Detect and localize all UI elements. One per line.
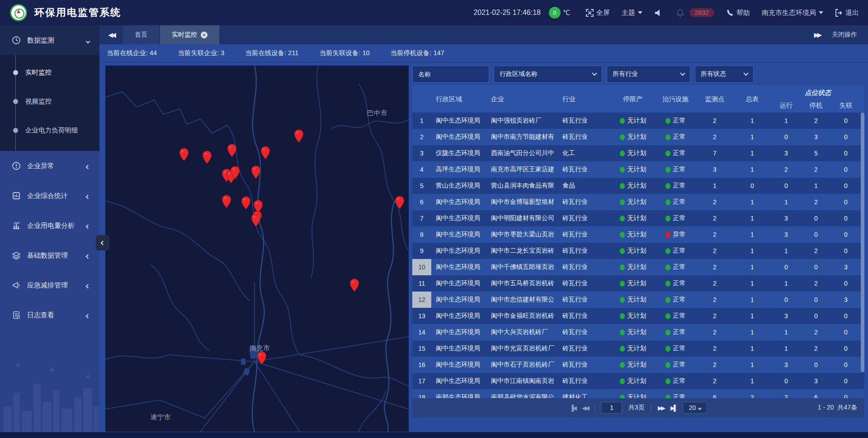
facility-status-dot — [665, 281, 670, 287]
skyline-decoration — [0, 357, 99, 433]
stat-当前在线设备: 当前在线设备:211 — [245, 49, 298, 57]
map-pin-icon[interactable] — [395, 196, 405, 210]
stats-bar: 当前在线企业:44当前失联企业:3当前在线设备:211当前失联设备:10当前停机… — [99, 44, 868, 62]
first-page-button[interactable]: ▐◀ — [570, 405, 576, 411]
table-header: 行政区域 企业 行业 停限产 治污设施 监测点 总表 点位状态 运行 停机 失联 — [412, 85, 864, 113]
limit-status-dot — [620, 167, 625, 173]
map-pin-icon[interactable] — [260, 146, 270, 160]
map-pin-icon[interactable] — [349, 278, 359, 292]
logout-button[interactable]: 退出 — [835, 9, 859, 17]
table-row[interactable]: 5 营山生态环境局 营山县润丰肉食品有限 食品 无计划 正常 1 0 0 1 0 — [412, 178, 864, 194]
table-row[interactable]: 15 阆中生态环境局 阆中市光富页岩机砖厂 砖瓦行业 无计划 正常 2 1 1 … — [412, 340, 864, 357]
table-row[interactable]: 16 阆中生态环境局 阆中市石子页岩机砖厂 砖瓦行业 无计划 正常 2 1 3 … — [412, 357, 864, 373]
facility-status-dot — [665, 183, 670, 189]
close-operations-button[interactable]: 关闭操作 — [832, 31, 857, 39]
sidebar-item-日志查看[interactable]: 日志查看 — [0, 300, 99, 330]
prev-page-button[interactable]: ◀◀ — [582, 405, 588, 411]
facility-status-dot — [665, 199, 670, 205]
table-row[interactable]: 1 阆中生态环境局 阆中强锐页岩砖厂 砖瓦行业 无计划 正常 2 1 1 2 0 — [412, 113, 864, 129]
tab-home[interactable]: 首页 — [123, 25, 159, 44]
facility-status-dot — [665, 151, 670, 156]
facility-status-dot — [665, 346, 670, 352]
sidebar-subitem-企业电力负荷明细[interactable]: 企业电力负荷明细 — [0, 116, 99, 145]
map-pin-icon[interactable] — [251, 165, 261, 179]
map-pin-icon[interactable] — [257, 351, 267, 365]
map-pin-icon[interactable] — [241, 196, 251, 210]
alert-icon — [12, 161, 21, 170]
sidebar: 数据监测实时监控视频监控企业电力负荷明细企业异常企业综合统计企业用电量分析基础数… — [0, 25, 99, 438]
org-dropdown[interactable]: 南充市生态环境局 — [762, 9, 823, 17]
map-pin-icon[interactable] — [202, 151, 212, 165]
sidebar-item-企业综合统计[interactable]: 企业综合统计 — [0, 181, 99, 211]
total-pages-label: 共3页 — [628, 404, 645, 412]
facility-status-dot — [665, 232, 670, 238]
table-row[interactable]: 3 仪陇生态环境局 西南油气田分公司川中 化工 无计划 正常 7 1 3 5 0 — [412, 145, 864, 161]
status-filter-select[interactable]: 所有状态 — [695, 66, 754, 83]
stats-icon — [12, 191, 21, 200]
sidebar-item-企业异常[interactable]: 企业异常 — [0, 151, 99, 181]
sidebar-item-企业用电量分析[interactable]: 企业用电量分析 — [0, 211, 99, 240]
map-pin-icon[interactable] — [230, 166, 240, 180]
name-filter-input[interactable] — [418, 71, 483, 78]
next-page-button[interactable]: ▶▶ — [658, 405, 664, 411]
table-row[interactable]: 2 阆中生态环境局 阆中市南方节能建材有 砖瓦行业 无计划 正常 2 1 0 3… — [412, 129, 864, 145]
table-row[interactable]: 18 南部生态环境局 南部县砒华水泥有限公 建材化工 无计划 正常 6 2 2 … — [412, 389, 864, 398]
help-button[interactable]: 帮助 — [726, 9, 750, 17]
table-row[interactable]: 6 阆中生态环境局 阆中市金博瑞新型墙材 砖瓦行业 无计划 正常 2 1 1 2… — [412, 194, 864, 210]
map-pin-icon[interactable] — [222, 195, 231, 209]
table-row[interactable]: 9 阆中生态环境局 阆中市二龙长宝页岩砖 砖瓦行业 无计划 正常 2 1 1 2… — [412, 243, 864, 259]
limit-status-dot — [620, 199, 625, 205]
page-number-input[interactable] — [601, 402, 622, 414]
tabs-scroll-left-button[interactable]: ◀◀ — [99, 25, 123, 44]
sidebar-item-应急减排管理[interactable]: 应急减排管理 — [0, 270, 99, 300]
map-pin-icon[interactable] — [179, 148, 189, 162]
mute-button[interactable] — [654, 9, 665, 17]
sidebar-item-基础数据管理[interactable]: 基础数据管理 — [0, 240, 99, 270]
facility-status-dot — [665, 362, 670, 368]
chevron-left-icon — [86, 314, 90, 318]
table-row[interactable]: 17 阆中生态环境局 阆中市江南镇阆南页岩 砖瓦行业 无计划 正常 2 1 0 … — [412, 373, 864, 389]
close-tab-icon[interactable]: ✕ — [201, 32, 208, 38]
sidebar-subitem-实时监控[interactable]: 实时监控 — [0, 58, 99, 87]
table-row[interactable]: 10 阆中生态环境局 阆中千佛镇五郎垭页岩 砖瓦行业 无计划 正常 2 1 0 … — [412, 259, 864, 275]
map-pin-icon[interactable] — [294, 129, 304, 143]
clock-icon — [12, 36, 21, 45]
table-row[interactable]: 12 阆中生态环境局 阆中市忠信建材有限公 砖瓦行业 无计划 正常 2 1 0 … — [412, 292, 864, 308]
map-roads — [105, 66, 409, 432]
col-run: 运行 — [771, 98, 801, 113]
table-row[interactable]: 8 阆中生态环境局 阆中市枣碧大梁山页岩 砖瓦行业 无计划 异常 2 1 3 0… — [412, 226, 864, 243]
table-scrollbar[interactable] — [861, 113, 864, 398]
region-filter-select[interactable]: 行政区域名称 — [494, 66, 602, 83]
col-company: 企业 — [491, 85, 562, 113]
table-row[interactable]: 7 阆中生态环境局 阆中明阳建材有限公司 砖瓦行业 无计划 正常 2 1 3 0… — [412, 210, 864, 226]
megaphone-icon — [12, 281, 21, 290]
scrollbar-thumb[interactable] — [861, 113, 864, 372]
table-row[interactable]: 13 阆中生态环境局 阆中市金福旺页岩机砖 砖瓦行业 无计划 正常 2 1 3 … — [412, 308, 864, 324]
limit-status-dot — [620, 232, 625, 238]
theme-dropdown[interactable]: 主题 — [622, 9, 642, 17]
table-row[interactable]: 11 阆中生态环境局 阆中市五马桥页岩机砖 砖瓦行业 无计划 正常 2 1 1 … — [412, 275, 864, 292]
sidebar-subitem-视频监控[interactable]: 视频监控 — [0, 87, 99, 116]
map-panel[interactable]: 巴中市南充市遂宁市 — [105, 66, 409, 432]
fullscreen-button[interactable]: 全屏 — [586, 9, 610, 17]
top-header: 环保用电监管系统 2021-02-25 17:46:18 0 ℃ 全屏 主题 — [0, 0, 868, 25]
map-pin-icon[interactable] — [227, 144, 237, 158]
chevron-left-icon — [100, 240, 105, 245]
industry-filter-select[interactable]: 所有行业 — [607, 66, 690, 83]
limit-status-dot — [620, 248, 625, 254]
page-size-select[interactable]: 20 — [683, 402, 707, 414]
map-pin-icon[interactable] — [251, 213, 261, 227]
last-page-button[interactable]: ▶▌ — [670, 405, 676, 411]
sidebar-item-数据监测[interactable]: 数据监测 — [0, 25, 99, 55]
facility-status-dot — [665, 167, 670, 173]
chevron-left-icon — [86, 284, 90, 288]
tab-realtime-monitor[interactable]: 实时监控 ✕ — [160, 25, 219, 44]
sidebar-collapse-button[interactable] — [96, 235, 109, 250]
limit-status-dot — [620, 134, 625, 140]
table-row[interactable]: 14 阆中生态环境局 阆中大兴页岩机砖厂 砖瓦行业 无计划 正常 2 1 1 2… — [412, 324, 864, 340]
tabs-scroll-right-button[interactable]: ▶▶ — [814, 31, 820, 38]
notifications[interactable]: 2632 — [676, 8, 714, 17]
col-group-point-status: 点位状态 运行 停机 失联 — [771, 85, 864, 113]
name-filter-field[interactable] — [412, 66, 489, 83]
table-row[interactable]: 4 高坪生态环境局 南充市高坪区王家店建 砖瓦行业 无计划 正常 3 1 2 2… — [412, 161, 864, 178]
